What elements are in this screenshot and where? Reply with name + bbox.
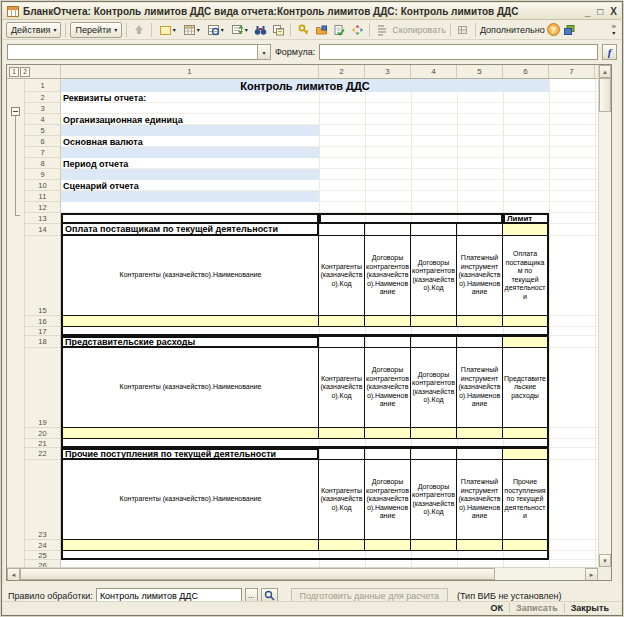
group-collapse-toggle[interactable] xyxy=(11,107,20,116)
row-header[interactable]: 25 xyxy=(25,551,61,560)
column-header[interactable]: 2 xyxy=(319,65,365,78)
actions-button[interactable]: Действия ▾ xyxy=(6,22,61,38)
empty-bordered-cell[interactable] xyxy=(365,336,411,348)
column-def-cell[interactable]: Договоры контрагентов (казначейство).Код xyxy=(411,348,457,428)
data-row-cell[interactable] xyxy=(503,316,549,327)
column-header[interactable]: 7 xyxy=(549,65,595,78)
data-row-cell[interactable] xyxy=(457,316,503,327)
limit-header-cell[interactable]: Лимит xyxy=(503,213,549,224)
row-header[interactable]: 8 xyxy=(25,158,61,169)
data-row-cell[interactable] xyxy=(319,540,365,551)
empty-bordered-cell[interactable] xyxy=(319,448,365,460)
data-row-cell[interactable] xyxy=(503,540,549,551)
sheet-grid[interactable]: 1 Контроль лимитов ДДС 2 Реквизиты отчет… xyxy=(7,79,598,567)
requisite-cell[interactable]: Сценарий отчета xyxy=(61,180,319,191)
move-up-button[interactable] xyxy=(131,22,147,38)
requisite-cell[interactable]: Период отчета xyxy=(61,158,319,169)
column-def-cell[interactable]: Контрагенты (казначейство).Наименование xyxy=(61,460,319,540)
empty-bordered-cell[interactable] xyxy=(365,448,411,460)
row-header[interactable]: 6 xyxy=(25,136,61,147)
key-button[interactable] xyxy=(295,22,311,38)
column-def-cell[interactable]: Договоры контрагентов (казначейство).Код xyxy=(411,236,457,316)
toolbar-overflow-button[interactable]: » ▾ xyxy=(612,24,618,36)
horizontal-scroll-thumb[interactable] xyxy=(20,568,495,580)
sheet-corner[interactable]: 1 2 xyxy=(7,65,61,78)
data-row-cell[interactable] xyxy=(61,540,319,551)
data-row-cell[interactable] xyxy=(319,316,365,327)
limit-value-cell[interactable] xyxy=(503,448,549,460)
scroll-up-button[interactable]: ▲ xyxy=(599,65,611,78)
section-title-cell[interactable]: Представительские расходы xyxy=(61,336,319,348)
empty-bordered-cell[interactable] xyxy=(411,448,457,460)
row-header[interactable]: 20 xyxy=(25,428,61,439)
limit-column-header-cell[interactable]: Прочие поступления по текущей деятельнос… xyxy=(503,460,549,540)
data-row-cell[interactable] xyxy=(411,316,457,327)
data-row-cell[interactable] xyxy=(411,540,457,551)
row-header[interactable]: 3 xyxy=(25,103,61,114)
empty-bordered-cell[interactable] xyxy=(319,224,365,236)
data-row-cell[interactable] xyxy=(365,316,411,327)
column-def-cell[interactable]: Платежный инструмент (казначейство).Наим… xyxy=(457,236,503,316)
column-header[interactable]: 6 xyxy=(503,65,549,78)
requisite-value-cell[interactable] xyxy=(61,191,319,202)
formula-wizard-button[interactable]: f xyxy=(602,44,617,60)
empty-bordered-cell[interactable] xyxy=(457,336,503,348)
column-def-cell[interactable]: Контрагенты (казначейство).Наименование xyxy=(61,348,319,428)
layers-button[interactable] xyxy=(562,22,578,38)
empty-bordered-cell[interactable] xyxy=(411,336,457,348)
column-def-cell[interactable]: Договоры контрагентов (казначейство).Наи… xyxy=(365,460,411,540)
row-header[interactable]: 23 xyxy=(25,460,61,540)
empty-bordered-cell[interactable] xyxy=(61,213,319,224)
named-area-button[interactable]: ▾ xyxy=(156,22,178,38)
column-header[interactable]: 5 xyxy=(457,65,503,78)
scroll-down-button[interactable]: ▼ xyxy=(599,554,611,567)
section-title-cell[interactable]: Оплата поставщикам по текущей деятельнос… xyxy=(61,224,319,236)
ok-button[interactable]: ОК xyxy=(485,603,510,613)
limit-column-header-cell[interactable]: Представительские расходы xyxy=(503,348,549,428)
limit-value-cell[interactable] xyxy=(503,336,549,348)
row-header[interactable]: 13 xyxy=(25,213,61,224)
row-header[interactable]: 14 xyxy=(25,224,61,236)
close-form-button[interactable]: Закрыть xyxy=(565,603,615,613)
goto-button[interactable]: Перейти ▾ xyxy=(70,22,122,38)
data-row-cell[interactable] xyxy=(411,428,457,439)
data-row-cell[interactable] xyxy=(503,428,549,439)
row-header[interactable]: 15 xyxy=(25,236,61,316)
row-header[interactable]: 22 xyxy=(25,448,61,460)
section-footer-cell[interactable] xyxy=(61,551,549,560)
horizontal-scrollbar[interactable]: ◄ ► xyxy=(7,567,598,580)
cell-name-combo[interactable]: ▾ xyxy=(7,44,271,60)
column-header[interactable]: 1 xyxy=(61,65,319,78)
data-row-cell[interactable] xyxy=(365,428,411,439)
column-def-cell[interactable]: Контрагенты (казначейство).Код xyxy=(319,460,365,540)
save-button[interactable]: Записать xyxy=(510,603,564,613)
column-header[interactable]: 3 xyxy=(365,65,411,78)
column-def-cell[interactable]: Контрагенты (казначейство).Код xyxy=(319,348,365,428)
data-row-cell[interactable] xyxy=(61,316,319,327)
row-header[interactable]: 16 xyxy=(25,316,61,327)
row-header[interactable]: 4 xyxy=(25,114,61,125)
column-def-cell[interactable]: Платежный инструмент (казначейство).Наим… xyxy=(457,460,503,540)
insert-button[interactable] xyxy=(455,22,471,38)
empty-bordered-cell[interactable] xyxy=(365,224,411,236)
group-level-2-button[interactable]: 2 xyxy=(20,67,30,77)
requisites-title-cell[interactable]: Реквизиты отчета: xyxy=(61,92,319,103)
report-title-cell[interactable]: Контроль лимитов ДДС xyxy=(61,79,549,92)
scroll-left-button[interactable]: ◄ xyxy=(7,568,20,580)
row-header[interactable]: 9 xyxy=(25,169,61,180)
column-def-cell[interactable]: Договоры контрагентов (казначейство).Наи… xyxy=(365,236,411,316)
empty-bordered-cell[interactable] xyxy=(319,213,503,224)
row-header[interactable]: 26 xyxy=(25,560,61,567)
row-header[interactable]: 7 xyxy=(25,147,61,158)
column-def-cell[interactable]: Договоры контрагентов (казначейство).Наи… xyxy=(365,348,411,428)
limit-value-cell[interactable] xyxy=(503,224,549,236)
row-header[interactable]: 10 xyxy=(25,180,61,191)
column-header[interactable]: 4 xyxy=(411,65,457,78)
data-row-cell[interactable] xyxy=(61,428,319,439)
close-button[interactable]: X xyxy=(610,5,617,18)
table-exchange-button[interactable]: ▾ xyxy=(228,22,250,38)
column-def-cell[interactable]: Договоры контрагентов (казначейство).Код xyxy=(411,460,457,540)
column-def-cell[interactable]: Платежный инструмент (казначейство).Наим… xyxy=(457,348,503,428)
row-header[interactable]: 19 xyxy=(25,348,61,428)
find-button[interactable] xyxy=(252,22,268,38)
